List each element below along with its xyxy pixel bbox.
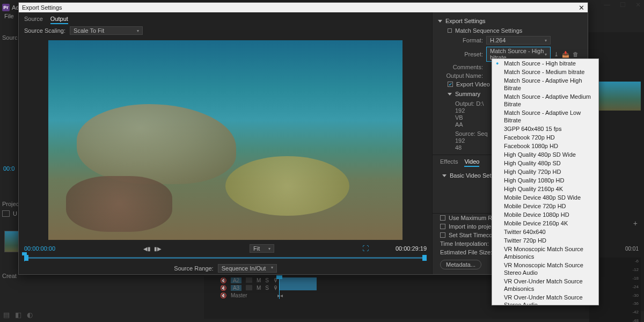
aspect-lock-icon[interactable]: ⛶	[362, 245, 369, 252]
output-name-label: Output Name:	[433, 72, 483, 79]
export-video-checkbox[interactable]: ✔	[448, 82, 453, 87]
use-max-checkbox[interactable]	[440, 215, 445, 221]
preset-dropdown-menu[interactable]: Match Source - High bitrateMatch Source …	[492, 58, 599, 305]
preview-tabs: Source Output	[19, 12, 432, 24]
match-sequence-checkbox[interactable]	[448, 28, 452, 33]
tab-source[interactable]: Source	[24, 14, 43, 24]
chevron-down-icon: ▾	[545, 38, 547, 43]
preset-option[interactable]: 3GPP 640x480 15 fps	[492, 125, 598, 133]
delete-preset-icon[interactable]: 🗑	[573, 51, 579, 58]
chevron-down-icon	[438, 20, 442, 23]
dialog-titlebar: Export Settings ✕	[19, 3, 588, 12]
import-project-checkbox[interactable]	[440, 224, 445, 229]
source-scaling-value: Scale To Fit	[74, 27, 104, 34]
mute-icon: 🔇	[220, 285, 226, 291]
source-range-dropdown[interactable]: Sequence In/Out ▾	[218, 264, 277, 273]
mute-icon: 🔇	[220, 292, 226, 298]
preset-option[interactable]: High Quality 1080p HD	[492, 176, 598, 185]
import-project-label: Import into project	[449, 223, 496, 230]
preset-option[interactable]: Twitter 720p HD	[492, 236, 598, 245]
source-scaling-label: Source Scaling:	[24, 27, 65, 34]
preset-label: Preset:	[433, 51, 483, 57]
chevron-down-icon	[442, 174, 447, 177]
dialog-close-icon[interactable]: ✕	[579, 4, 584, 12]
menu-file[interactable]: File	[4, 13, 14, 23]
save-preset-icon[interactable]: ⤓	[554, 51, 559, 58]
timecode-in[interactable]: 00:00:00:00	[24, 245, 55, 252]
tab-effects[interactable]: Effects	[440, 157, 458, 167]
video-frame	[48, 40, 402, 240]
tab-output[interactable]: Output	[50, 14, 68, 24]
preview-panel: Source Output Source Scaling: Scale To F…	[19, 12, 432, 274]
video-preview-area	[19, 37, 432, 243]
chevron-down-icon: ▾	[271, 265, 273, 272]
preset-option[interactable]: Match Source - Medium bitrate	[492, 68, 598, 76]
preset-option[interactable]: VR Over-Under Match Source Ambisonics	[492, 277, 598, 293]
preset-option[interactable]: High Quality 2160p 4K	[492, 185, 598, 193]
chevron-down-icon: ▾	[545, 52, 547, 57]
tool-icon: ◧	[15, 311, 21, 319]
preset-option[interactable]: Match Source - Adaptive Medium Bitrate	[492, 92, 598, 108]
preset-option[interactable]: Match Source - High bitrate	[492, 59, 598, 68]
timecode-out: 00:00:29:19	[396, 245, 427, 252]
tool-icon: ◐	[27, 311, 33, 319]
preset-option[interactable]: Facebook 1080p HD	[492, 142, 598, 150]
preset-option[interactable]: VR Monoscopic Match Source Stereo Audio	[492, 261, 598, 277]
right-timecode: 00:01	[625, 246, 639, 252]
preset-option[interactable]: Match Source - Adaptive High Bitrate	[492, 76, 598, 92]
preset-option[interactable]: Mobile Device 2160p 4K	[492, 219, 598, 228]
scrub-bar[interactable]	[19, 254, 432, 262]
format-label: Format:	[433, 37, 483, 43]
close-icon[interactable]: ✕	[635, 1, 641, 9]
in-point-handle[interactable]	[24, 255, 28, 261]
metadata-button[interactable]: Metadata...	[440, 260, 481, 269]
bg-timecode-in: 00:0	[3, 165, 14, 172]
est-size-label: Estimated File Size: 3	[440, 249, 497, 255]
format-value: H.264	[490, 37, 506, 43]
format-dropdown[interactable]: H.264 ▾	[486, 36, 551, 45]
fit-dropdown[interactable]: Fit ▾	[250, 244, 274, 253]
export-video-label: Export Video	[456, 81, 490, 87]
bg-import-row: U	[2, 210, 17, 217]
import-label: U	[13, 210, 17, 217]
preset-option[interactable]: Mobile Device 1080p HD	[492, 210, 598, 219]
track-a2: A2	[231, 277, 241, 283]
chevron-down-icon: ▾	[268, 246, 270, 251]
preset-option[interactable]: Match Source - Adaptive Low Bitrate	[492, 108, 598, 125]
scrub-playhead[interactable]	[24, 254, 25, 261]
export-settings-label: Export Settings	[445, 18, 486, 24]
preset-option[interactable]: Facebook 720p HD	[492, 133, 598, 142]
timeline-playhead-head	[276, 275, 282, 279]
minimize-icon[interactable]: —	[604, 1, 610, 9]
import-preset-icon[interactable]: 📥	[562, 51, 569, 58]
maximize-icon[interactable]: ☐	[620, 1, 626, 9]
preset-option[interactable]: High Quality 720p HD	[492, 167, 598, 176]
preset-option[interactable]: High Quality 480p SD Wide	[492, 150, 598, 159]
tab-video[interactable]: Video	[464, 157, 479, 167]
chevron-down-icon: ▾	[137, 28, 139, 33]
preset-option[interactable]: VR Monoscopic Match Source Ambisonics	[492, 245, 598, 261]
preset-option[interactable]: Mobile Device 480p SD Wide	[492, 193, 598, 202]
time-interp-label: Time Interpolation:	[440, 240, 489, 247]
basic-video-label[interactable]: Basic Video Setti	[450, 172, 494, 179]
create-label: Creat	[2, 273, 17, 279]
source-range-value: Sequence In/Out	[222, 265, 266, 272]
out-point-handle[interactable]	[422, 255, 427, 261]
preset-option[interactable]: High Quality 480p SD	[492, 159, 598, 167]
timeline-playhead	[279, 276, 280, 299]
step-back-icon[interactable]: ◀▮	[143, 246, 151, 252]
app-icon: Pr	[2, 4, 10, 11]
preset-option[interactable]: Twitter 640x640	[492, 228, 598, 236]
export-settings-header[interactable]: Export Settings	[433, 16, 588, 26]
step-fwd-icon[interactable]: ▮▶	[154, 246, 162, 252]
source-scaling-dropdown[interactable]: Scale To Fit ▾	[70, 26, 143, 35]
summary-label[interactable]: Summary	[455, 91, 480, 97]
match-sequence-label: Match Sequence Settings	[455, 27, 522, 34]
preset-option[interactable]: VR Over-Under Match Source Stereo Audio	[492, 293, 598, 305]
fit-value: Fit	[253, 245, 260, 252]
preset-option[interactable]: Mobile Device 720p HD	[492, 202, 598, 210]
source-panel-tab: Sourc	[2, 34, 18, 41]
set-start-checkbox[interactable]	[440, 232, 445, 238]
source-range-label: Source Range:	[174, 265, 213, 272]
track-a3: A3	[231, 285, 241, 291]
